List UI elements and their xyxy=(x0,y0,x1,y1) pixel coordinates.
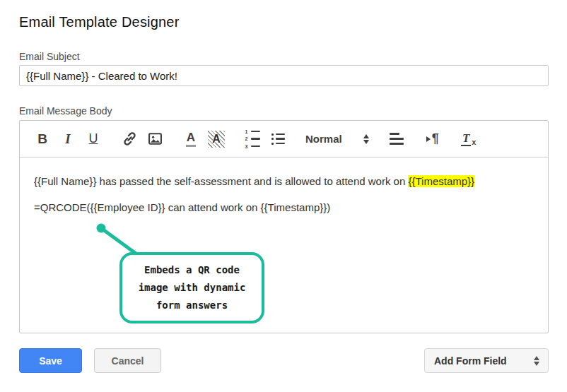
ordered-list-icon: 1 2 3 xyxy=(245,129,260,149)
callout-text-line: image with dynamic xyxy=(129,279,255,297)
callout-text-line: Embeds a QR code xyxy=(129,261,255,279)
direction-rtl-icon: ¶ xyxy=(426,131,439,146)
editor-toolbar: B I U A A 1 2 3 xyxy=(20,121,548,158)
bullet-list-button[interactable] xyxy=(269,129,286,150)
insert-image-button[interactable] xyxy=(146,129,163,150)
add-form-field-dropdown[interactable]: Add Form Field xyxy=(424,348,549,373)
underline-button[interactable]: U xyxy=(85,129,102,150)
rich-text-editor: B I U A A 1 2 3 xyxy=(19,120,549,333)
ordered-list-button[interactable]: 1 2 3 xyxy=(244,129,261,150)
paragraph-style-value: Normal xyxy=(305,133,342,145)
page-title: Email Template Designer xyxy=(19,14,180,30)
text-color-button[interactable]: A xyxy=(182,129,199,150)
italic-button[interactable]: I xyxy=(59,129,76,150)
chevron-updown-icon xyxy=(534,356,539,366)
paragraph-style-select[interactable]: Normal xyxy=(305,129,369,150)
clear-formatting-button[interactable]: Tx xyxy=(460,129,477,150)
image-icon xyxy=(147,131,163,147)
highlighted-timestamp-token: {{Timestamp}} xyxy=(408,175,474,187)
background-color-button[interactable]: A xyxy=(208,129,225,150)
text-color-icon: A xyxy=(187,131,195,147)
callout-text-line: form answers xyxy=(129,297,255,314)
bold-icon: B xyxy=(37,131,47,147)
bold-button[interactable]: B xyxy=(34,129,51,150)
email-subject-input[interactable] xyxy=(19,65,549,86)
email-subject-label: Email Subject xyxy=(19,51,80,62)
qr-code-callout-bubble: Embeds a QR code image with dynamic form… xyxy=(119,252,264,323)
bullet-list-icon xyxy=(271,133,285,145)
body-line-2: =QRCODE({{Employee ID}} can attend work … xyxy=(34,201,534,215)
email-template-designer-page: Email Template Designer Email Subject Em… xyxy=(0,0,567,392)
cancel-button[interactable]: Cancel xyxy=(94,348,161,373)
underline-icon: U xyxy=(89,131,98,146)
link-icon xyxy=(122,131,138,147)
align-icon xyxy=(390,133,404,144)
save-button[interactable]: Save xyxy=(19,348,82,373)
chevron-updown-icon xyxy=(363,134,369,144)
editor-content-area[interactable]: {{Full Name}} has passed the self-assess… xyxy=(20,158,548,333)
background-color-icon: A xyxy=(208,131,225,148)
align-button[interactable] xyxy=(388,129,405,150)
text-direction-button[interactable]: ¶ xyxy=(424,129,441,150)
clear-formatting-icon: Tx xyxy=(461,132,477,146)
link-button[interactable] xyxy=(121,129,138,150)
add-form-field-label: Add Form Field xyxy=(434,355,507,367)
body-line-1: {{Full Name}} has passed the self-assess… xyxy=(34,174,534,189)
italic-icon: I xyxy=(65,131,70,147)
email-body-label: Email Message Body xyxy=(19,105,112,117)
